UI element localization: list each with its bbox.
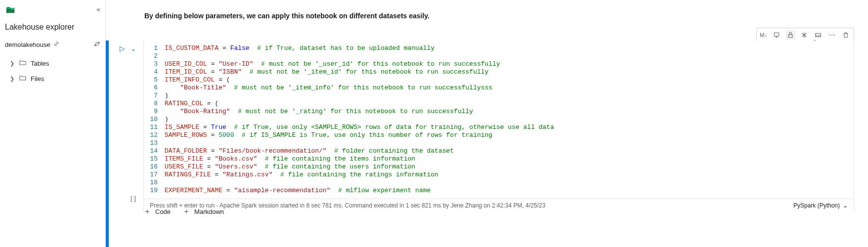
code-line[interactable]: 11IS_SAMPLE = True # if True, use only <… (150, 124, 848, 131)
chevron-right-icon: ❯ (10, 60, 15, 67)
code-line[interactable]: 19EXPERIMENT_NAME = "aisample-recommenda… (150, 187, 848, 195)
code-line[interactable]: 15ITEMS_FILE = "Books.csv" # file contai… (150, 155, 848, 163)
sidebar-title: Lakehouse explorer (0, 16, 105, 37)
plus-icon: ＋ (182, 206, 190, 217)
code-line[interactable]: 9 "Book-Rating" # must not be '_rating' … (150, 108, 848, 116)
line-number: 15 (150, 155, 165, 163)
sidebar-item-label: Files (31, 75, 44, 82)
line-number: 14 (150, 147, 165, 155)
line-number: 5 (150, 76, 165, 84)
code-editor[interactable]: 1IS_CUSTOM_DATA = False # if True, datas… (143, 41, 854, 199)
sidebar-tree: ❯ Tables ❯ Files (0, 53, 105, 86)
code-line[interactable]: 18 (150, 179, 848, 187)
sidebar: « Lakehouse explorer demolakehouse ❯ Tab… (0, 0, 106, 247)
code-line[interactable]: 7) (150, 92, 848, 100)
line-number: 18 (150, 179, 165, 187)
folder-icon (19, 74, 27, 83)
code-line[interactable]: 12SAMPLE_ROWS = 5000 # if IS_SAMPLE is T… (150, 131, 848, 139)
code-cell[interactable]: ▷ ⌄ [ ] 1IS_CUSTOM_DATA = False # if Tru… (110, 41, 854, 212)
svg-rect-1 (788, 35, 792, 37)
plus-icon: ＋ (143, 206, 151, 217)
freeze-cell-button[interactable] (799, 30, 809, 40)
run-cell-button[interactable]: ▷ (120, 44, 125, 52)
code-line[interactable]: 8RATING_COL = ( (150, 100, 848, 108)
execution-count: [ ] (130, 195, 136, 202)
pin-icon[interactable] (53, 41, 59, 48)
line-number: 10 (150, 116, 165, 124)
active-cell-indicator (106, 41, 109, 247)
add-cell-below-button[interactable] (772, 30, 781, 40)
convert-to-markdown-button[interactable]: M↓ (760, 30, 768, 40)
lakehouse-selector[interactable]: demolakehouse (0, 37, 105, 53)
code-line[interactable]: 10) (150, 116, 848, 124)
add-code-cell-button[interactable]: ＋ Code (143, 206, 171, 217)
delete-cell-button[interactable] (841, 30, 851, 40)
lakehouse-name: demolakehouse (5, 41, 50, 48)
add-markdown-cell-button[interactable]: ＋ Markdown (182, 206, 224, 217)
cell-status-bar: Press shift + enter to run - Apache Spar… (143, 199, 854, 212)
lock-cell-button[interactable] (785, 30, 795, 40)
line-number: 4 (150, 68, 165, 76)
kernel-name: PySpark (Python) (793, 202, 840, 209)
line-number: 11 (150, 124, 165, 131)
svg-rect-0 (774, 33, 779, 36)
code-line[interactable]: 13 (150, 139, 848, 147)
chevron-right-icon: ❯ (10, 76, 15, 82)
add-markdown-label: Markdown (194, 208, 224, 215)
line-number: 6 (150, 84, 165, 92)
main-area: By defining below parameters, we can app… (106, 0, 868, 247)
line-number: 12 (150, 131, 165, 139)
line-number: 3 (150, 60, 165, 68)
folder-icon (19, 59, 27, 68)
kernel-selector[interactable]: PySpark (Python) ⌄ (793, 202, 848, 209)
code-line[interactable]: 4ITEM_ID_COL = "ISBN" # must not be '_it… (150, 68, 848, 76)
line-number: 13 (150, 139, 165, 147)
svg-rect-2 (816, 34, 821, 37)
line-number: 2 (150, 52, 165, 60)
code-line[interactable]: 14DATA_FOLDER = "Files/book-recommendati… (150, 147, 848, 155)
code-line[interactable]: 1IS_CUSTOM_DATA = False # if True, datas… (150, 44, 848, 52)
sidebar-item-files[interactable]: ❯ Files (5, 71, 105, 86)
line-number: 9 (150, 108, 165, 116)
toggle-output-button[interactable] (813, 30, 823, 40)
line-number: 8 (150, 100, 165, 108)
swap-icon[interactable] (93, 41, 100, 49)
chevron-down-icon: ⌄ (843, 202, 848, 209)
sidebar-item-label: Tables (31, 60, 49, 67)
code-line[interactable]: 6 "Book-Title" # must not be '_item_info… (150, 84, 848, 92)
collapse-sidebar-icon[interactable]: « (96, 5, 100, 13)
code-line[interactable]: 2 (150, 52, 848, 60)
more-options-button[interactable]: ⋯ (827, 30, 837, 40)
line-number: 19 (150, 187, 165, 195)
line-number: 7 (150, 92, 165, 100)
code-line[interactable]: 16USERS_FILE = "Users.csv" # file contai… (150, 163, 848, 171)
line-number: 17 (150, 171, 165, 179)
code-line[interactable]: 5ITEM_INFO_COL = ( (150, 76, 848, 84)
lakehouse-logo-icon (5, 4, 16, 15)
add-code-label: Code (155, 208, 171, 215)
line-number: 1 (150, 44, 165, 52)
markdown-heading: By defining below parameters, we can app… (106, 0, 868, 20)
run-menu-button[interactable]: ⌄ (131, 44, 136, 52)
code-line[interactable]: 3USER_ID_COL = "User-ID" # must not be '… (150, 60, 848, 68)
code-line[interactable]: 17RATINGS_FILE = "Ratings.csv" # file co… (150, 171, 848, 179)
line-number: 16 (150, 163, 165, 171)
sidebar-item-tables[interactable]: ❯ Tables (5, 56, 105, 71)
